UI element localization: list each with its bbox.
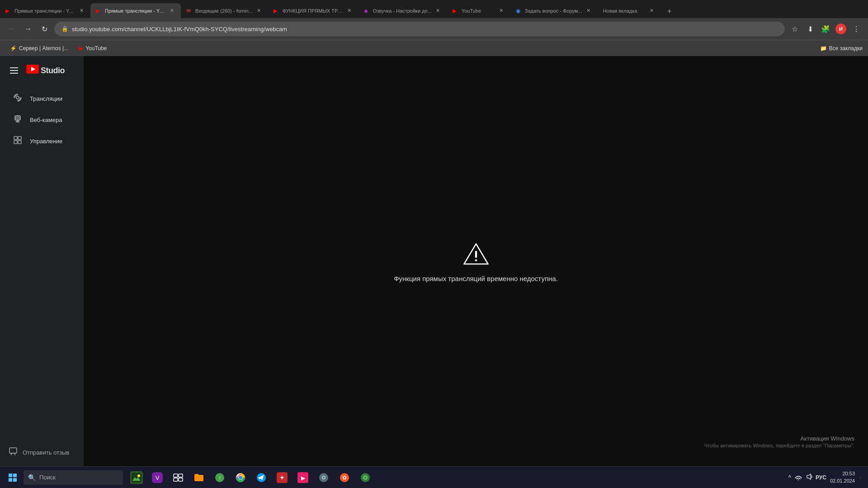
taskbar-app-taskview[interactable] [168, 469, 188, 487]
bookmark-aternos-label: Сервер | Aternos |... [19, 45, 68, 52]
tab-favicon-1: ▶ [5, 8, 12, 14]
svg-point-44 [364, 477, 366, 479]
yt-studio-logo[interactable]: Studio [26, 65, 65, 76]
svg-text:✦: ✦ [279, 474, 285, 481]
browser-tab-3[interactable]: ✉ Входящие (260) - fomin... ✕ [181, 3, 268, 18]
tab-close-3[interactable]: ✕ [255, 7, 263, 14]
svg-point-45 [798, 479, 799, 480]
browser-tab-7[interactable]: ◉ Задать вопрос - Форум... ✕ [510, 3, 598, 18]
tab-title-2: Прямые трансляции - Yo... [105, 8, 165, 14]
forward-button[interactable]: → [22, 23, 34, 35]
search-bar[interactable]: 🔍 Поиск [24, 470, 123, 485]
bookmark-aternos[interactable]: ⚡ Сервер | Aternos |... [5, 44, 73, 53]
error-message: Функция прямых трансляций временно недос… [394, 275, 558, 282]
volume-icon[interactable] [805, 472, 814, 483]
svg-rect-13 [475, 251, 476, 258]
streams-label: Трансляции [30, 95, 62, 102]
taskbar-app-popcorn[interactable]: ▶ [293, 469, 313, 487]
tab-close-2[interactable]: ✕ [168, 7, 175, 14]
nav-right-icons: ☆ ⬇ 🧩 И ⋮ [788, 23, 863, 35]
tab-close-7[interactable]: ✕ [585, 7, 592, 14]
taskbar-app-green[interactable]: ↑ [210, 469, 230, 487]
nav-bar: ← → ↻ 🔒 studio.youtube.com/channel/UCKLL… [0, 18, 868, 40]
tab-favicon-5: ◆ [364, 8, 370, 14]
back-button[interactable]: ← [5, 23, 18, 35]
hamburger-line-2 [10, 70, 18, 71]
svg-rect-10 [18, 141, 21, 144]
svg-point-4 [17, 117, 19, 119]
taskbar-app-chrome[interactable] [231, 469, 250, 487]
extensions-icon[interactable]: 🧩 [819, 23, 832, 35]
sidebar-item-webcam[interactable]: Веб-камера [4, 110, 80, 130]
taskbar-app-telegram[interactable] [251, 469, 271, 487]
steam-icon [317, 471, 330, 484]
download-icon[interactable]: ⬇ [804, 23, 816, 35]
tab-close-1[interactable]: ✕ [78, 7, 85, 14]
hamburger-menu[interactable] [7, 65, 21, 76]
tab-close-4[interactable]: ✕ [346, 7, 353, 14]
sidebar-item-streams[interactable]: Трансляции [4, 89, 80, 109]
warning-triangle-icon [462, 240, 490, 267]
browser-tab-8[interactable]: Новая вкладка ✕ [598, 3, 661, 18]
taskbar-time-display: 20:53 [830, 470, 855, 477]
sidebar-footer: Отправить отзыв [0, 438, 84, 466]
tab-close-5[interactable]: ✕ [434, 7, 442, 14]
tab-favicon-2: ▶ [96, 8, 102, 14]
tab-title-7: Задать вопрос - Форум... [525, 8, 582, 14]
svg-point-2 [16, 96, 19, 99]
all-bookmarks-button[interactable]: 📁 Все закладки [820, 45, 863, 52]
browser-tab-4[interactable]: ▶ ФУНКЦИЯ ПРЯМЫХ ТРА... ✕ [268, 3, 359, 18]
bookmark-aternos-icon: ⚡ [10, 45, 17, 52]
reload-button[interactable]: ↻ [38, 23, 51, 35]
folder-icon: 📁 [820, 45, 827, 52]
svg-rect-17 [9, 478, 12, 482]
feedback-button[interactable]: Отправить отзыв [9, 444, 75, 461]
svg-rect-9 [14, 141, 17, 144]
address-bar[interactable]: 🔒 studio.youtube.com/channel/UCKLLbjL1IK… [54, 22, 785, 36]
taskbar-app-multi[interactable]: ✿ [335, 469, 354, 487]
hamburger-line-3 [10, 73, 18, 74]
browser-tab-1[interactable]: ▶ Прямые трансляции - Yo... ✕ [0, 3, 90, 18]
sidebar-item-manage[interactable]: Управление [4, 131, 80, 151]
bookmark-star-icon[interactable]: ☆ [788, 23, 801, 35]
webcam-label: Веб-камера [30, 117, 62, 123]
show-desktop-button[interactable] [860, 477, 864, 479]
taskbar-apps: V [127, 469, 375, 487]
taskbar-app-steam[interactable] [314, 469, 334, 487]
new-tab-button[interactable]: + [663, 5, 676, 18]
taskbar-app-files[interactable] [189, 469, 209, 487]
tab-favicon-7: ◉ [516, 8, 522, 14]
taskview-icon [172, 471, 184, 484]
taskbar-app-viber[interactable]: V [147, 469, 167, 487]
start-button[interactable] [4, 469, 22, 487]
tab-title-3: Входящие (260) - fomin... [195, 8, 253, 14]
tab-close-8[interactable]: ✕ [648, 7, 656, 14]
taskbar: 🔍 Поиск V [0, 466, 868, 488]
browser-tab-5[interactable]: ◆ Озвучка - Настройки до... ✕ [359, 3, 447, 18]
tab-close-6[interactable]: ✕ [498, 7, 505, 14]
tab-title-5: Озвучка - Настройки до... [373, 8, 432, 14]
streams-icon [13, 93, 23, 104]
chevron-up-icon[interactable]: ^ [787, 473, 792, 482]
taskbar-clock[interactable]: 20:53 02.01.2024 [830, 470, 855, 484]
taskbar-app-greencircle[interactable] [355, 469, 375, 487]
files-icon [193, 471, 205, 484]
manage-label: Управление [30, 138, 62, 145]
bookmarks-bar: ⚡ Сервер | Aternos |... ▶ YouTube 📁 Все … [0, 40, 868, 56]
taskbar-app-red[interactable]: ✦ [272, 469, 292, 487]
greencircle-app-icon [359, 471, 372, 484]
taskbar-app-photo[interactable] [127, 469, 146, 487]
menu-icon[interactable]: ⋮ [850, 23, 863, 35]
language-indicator[interactable]: РУС [816, 474, 826, 481]
profile-icon[interactable]: И [835, 23, 847, 35]
browser-tab-6[interactable]: ▶ YouTube ✕ [447, 3, 510, 18]
bookmark-youtube[interactable]: ▶ YouTube [75, 44, 111, 53]
browser-tab-2[interactable]: ▶ Прямые трансляции - Yo... ✕ [90, 3, 181, 18]
svg-rect-14 [475, 259, 476, 261]
svg-point-21 [137, 474, 140, 477]
network-icon[interactable] [794, 472, 803, 483]
svg-rect-11 [9, 448, 17, 453]
popcorn-icon: ▶ [297, 471, 309, 484]
error-container: Функция прямых трансляций временно недос… [394, 240, 558, 282]
windows-activation-title: Активация Windows [704, 435, 854, 442]
